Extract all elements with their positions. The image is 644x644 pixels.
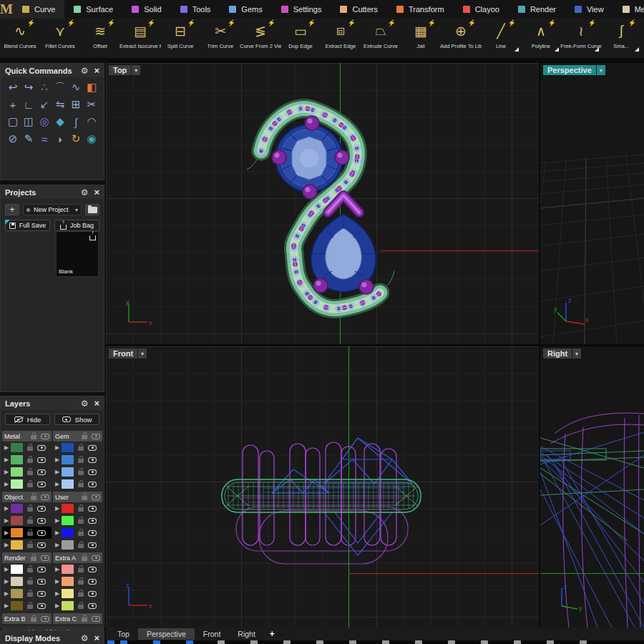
expand-triangle-icon[interactable]: ▶ [4, 542, 11, 548]
expand-triangle-icon[interactable]: ▶ [4, 530, 11, 536]
eye-icon[interactable] [88, 603, 97, 609]
eye-icon[interactable] [88, 518, 97, 524]
layer-row[interactable]: ▶ [2, 441, 52, 454]
layer-group-header[interactable]: Gem [53, 431, 102, 441]
layer-group-header[interactable]: Extra B [2, 613, 52, 624]
layer-color-swatch[interactable] [62, 601, 74, 610]
viewport-tab-front[interactable]: Front [195, 628, 230, 640]
layer-row[interactable]: ▶ [53, 539, 102, 551]
eye-icon[interactable] [92, 616, 100, 622]
eye-icon[interactable] [88, 542, 97, 548]
status-toggle-checkbox[interactable] [107, 640, 114, 644]
gear-icon[interactable]: ⚙ [81, 187, 89, 197]
right-viewport-label[interactable]: Right▾ [543, 348, 581, 358]
layer-color-swatch[interactable] [11, 601, 23, 610]
eye-icon[interactable] [92, 555, 100, 561]
status-toggle-checkbox[interactable] [547, 640, 554, 644]
lock-icon[interactable] [27, 507, 33, 512]
expand-triangle-icon[interactable]: ▶ [55, 602, 62, 609]
expand-triangle-icon[interactable]: ▶ [55, 481, 62, 487]
expand-triangle-icon[interactable]: ▶ [4, 566, 11, 572]
eye-icon[interactable] [37, 445, 46, 451]
lock-icon[interactable] [31, 618, 36, 622]
expand-triangle-icon[interactable]: ▶ [55, 505, 62, 512]
project-dropdown[interactable]: New Project ▾ [23, 204, 82, 215]
pendant-model-top-view[interactable] [231, 95, 410, 331]
layer-group-header[interactable]: User [53, 492, 102, 502]
eye-icon[interactable] [88, 567, 97, 572]
boolean-union-icon[interactable]: ◫ [21, 115, 36, 128]
menu-tab-view[interactable]: View [565, 0, 613, 19]
status-toggle-checkbox[interactable] [250, 640, 258, 644]
group-spheres-icon[interactable]: ∴ [36, 81, 52, 94]
layer-color-swatch[interactable] [62, 540, 74, 550]
lock-icon[interactable] [27, 471, 33, 475]
lock-icon[interactable] [27, 447, 33, 451]
layer-color-swatch[interactable] [62, 455, 74, 464]
align-corner-icon[interactable]: ∟ [21, 98, 36, 111]
toolbar-item-offset[interactable]: ⚡≋Offset [80, 19, 120, 58]
full-save-button[interactable]: Full Save [5, 220, 50, 231]
layer-color-swatch[interactable] [62, 467, 74, 477]
layer-row[interactable]: ▶ [2, 466, 52, 478]
layer-group-header[interactable]: Render [2, 552, 52, 563]
lock-icon[interactable] [82, 435, 87, 439]
add-viewport-tab-button[interactable]: + [264, 629, 280, 639]
lock-icon[interactable] [82, 618, 87, 622]
eye-icon[interactable] [88, 445, 97, 451]
layer-color-swatch[interactable] [62, 443, 74, 452]
layer-color-swatch[interactable] [62, 577, 74, 586]
menu-tab-curve[interactable]: Curve [13, 0, 64, 19]
perspective-viewport[interactable]: Perspective▾ z x y [540, 63, 644, 344]
mirror-icon[interactable]: ⇋ [52, 98, 68, 111]
eye-icon[interactable] [37, 579, 46, 585]
eye-icon[interactable] [37, 542, 46, 548]
layer-color-swatch[interactable] [62, 528, 74, 537]
expand-triangle-icon[interactable]: ▶ [4, 517, 11, 524]
eye-icon[interactable] [37, 530, 46, 536]
lock-icon[interactable] [78, 580, 84, 585]
layer-color-swatch[interactable] [62, 479, 74, 489]
layer-color-swatch[interactable] [11, 528, 23, 537]
expand-triangle-icon[interactable]: ▶ [55, 566, 62, 572]
lock-icon[interactable] [82, 557, 87, 561]
layer-color-swatch[interactable] [11, 443, 23, 452]
hide-icon[interactable]: ⊘ [5, 132, 21, 145]
expand-triangle-icon[interactable]: ▶ [55, 444, 62, 451]
drape-surface-icon[interactable]: ◗ [52, 132, 68, 145]
layer-row[interactable]: ▶ [53, 478, 102, 490]
viewport-tab-right[interactable]: Right [229, 628, 264, 640]
status-toggle-checkbox[interactable] [448, 640, 455, 644]
perspective-viewport-label[interactable]: Perspective▾ [543, 65, 605, 75]
gem-diamond-icon[interactable]: ◆ [52, 115, 68, 128]
flow-ribbon-icon[interactable]: ≈ [36, 132, 52, 145]
menu-tab-render[interactable]: Render [509, 0, 565, 19]
pendant-model-front-wireframe[interactable] [106, 346, 539, 628]
close-icon[interactable]: × [94, 187, 99, 197]
export-icon[interactable] [89, 235, 96, 240]
curve-gem-icon[interactable]: ∫ [68, 115, 84, 128]
lock-icon[interactable] [78, 447, 84, 451]
lock-icon[interactable] [78, 459, 84, 463]
gear-icon[interactable]: ⚙ [81, 633, 89, 643]
eye-icon[interactable] [37, 506, 46, 512]
scale-arrow-icon[interactable]: ↙ [36, 98, 52, 111]
toolbar-item-extract-edge[interactable]: ⚡⧈Extract Edge [321, 19, 361, 58]
expand-triangle-icon[interactable]: ▶ [4, 505, 11, 512]
eye-icon[interactable] [88, 530, 97, 536]
eye-icon[interactable] [92, 434, 100, 439]
eye-icon[interactable] [37, 469, 46, 475]
arc-icon[interactable]: ⌒ [52, 81, 68, 94]
expand-triangle-icon[interactable]: ▶ [55, 590, 62, 597]
front-viewport[interactable]: Front▾ z x [106, 346, 539, 628]
expand-triangle-icon[interactable]: ▶ [4, 578, 11, 585]
toolbar-item-split-curve[interactable]: ⚡⊟Split Curve [160, 19, 200, 58]
status-toggle-checkbox[interactable] [153, 640, 160, 644]
layer-group-header[interactable]: Metal [2, 431, 52, 441]
toolbar-item-polyline[interactable]: ⚡∧Polyline [521, 19, 561, 58]
lock-icon[interactable] [78, 519, 84, 524]
hide-button[interactable]: Hide [5, 414, 50, 425]
eye-icon[interactable] [37, 482, 46, 487]
lock-icon[interactable] [78, 483, 84, 487]
toolbar-item-jali[interactable]: ⚡▦Jali [401, 19, 441, 58]
